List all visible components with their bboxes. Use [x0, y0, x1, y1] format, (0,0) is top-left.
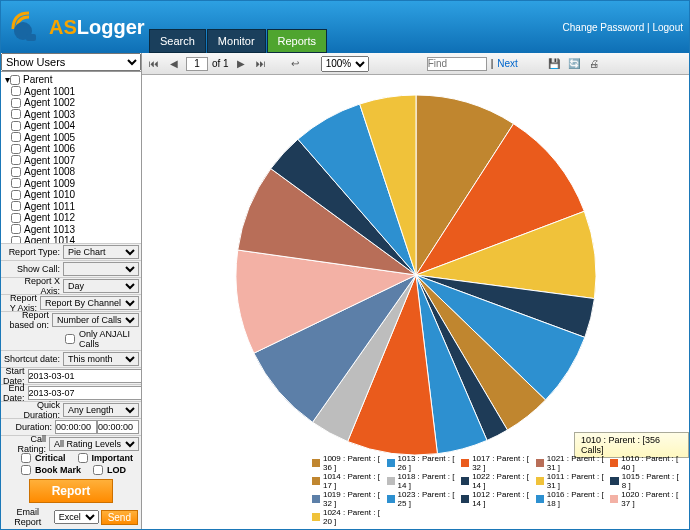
tree-item[interactable]: Agent 1010: [3, 189, 139, 201]
tree-checkbox[interactable]: [11, 167, 21, 177]
bookmark-checkbox[interactable]: [21, 465, 31, 475]
sidebar: Show Users ▾Parent Agent 1001Agent 1002A…: [1, 53, 142, 530]
chart-legend: 1009 : Parent : [ 36 ]1013 : Parent : [ …: [312, 454, 679, 526]
tree-item[interactable]: Agent 1009: [3, 178, 139, 190]
rating-select[interactable]: All Rating Levels: [49, 437, 139, 451]
legend-swatch: [536, 477, 544, 485]
legend-swatch: [461, 477, 469, 485]
x-axis-select[interactable]: Day: [63, 279, 139, 293]
page-input[interactable]: [186, 57, 208, 71]
duration-to-input[interactable]: [97, 420, 139, 434]
tree-checkbox[interactable]: [11, 190, 21, 200]
tree-item[interactable]: Agent 1013: [3, 224, 139, 236]
tree-checkbox[interactable]: [11, 224, 21, 234]
legend-swatch: [387, 495, 395, 503]
y-axis-select[interactable]: Report By Channel: [40, 296, 139, 310]
print-icon[interactable]: 🖨: [586, 56, 602, 72]
legend-label: 1022 : Parent : [ 14 ]: [472, 472, 530, 490]
legend-swatch: [461, 495, 469, 503]
users-tree[interactable]: ▾Parent Agent 1001Agent 1002Agent 1003Ag…: [1, 72, 141, 243]
tree-label: Agent 1003: [24, 109, 75, 120]
tree-item[interactable]: Agent 1004: [3, 120, 139, 132]
duration-from-input[interactable]: [55, 420, 97, 434]
legend-item: 1024 : Parent : [ 20 ]: [312, 508, 381, 526]
label: Show Call:: [3, 264, 63, 274]
tree-checkbox[interactable]: [11, 155, 21, 165]
important-checkbox[interactable]: [78, 453, 88, 463]
quick-duration-select[interactable]: Any Length: [63, 403, 139, 417]
tree-item[interactable]: Agent 1001: [3, 86, 139, 98]
label: Email Report: [4, 507, 52, 527]
label: Critical: [35, 453, 66, 463]
tree-item[interactable]: Agent 1008: [3, 166, 139, 178]
find-input[interactable]: [427, 57, 487, 71]
tree-checkbox[interactable]: [11, 109, 21, 119]
tree-label: Agent 1010: [24, 189, 75, 200]
tree-checkbox[interactable]: [11, 213, 21, 223]
tree-item[interactable]: Agent 1011: [3, 201, 139, 213]
report-content: ⏮ ◀ of 1 ▶ ⏭ ↩ 100% |Next 💾 🔄 🖨 1010 : P…: [142, 53, 689, 530]
app-logo: ASLogger: [7, 7, 145, 47]
tree-checkbox[interactable]: [11, 144, 21, 154]
tree-checkbox[interactable]: [11, 98, 21, 108]
tab-reports[interactable]: Reports: [267, 29, 328, 53]
tree-root[interactable]: ▾Parent: [3, 74, 139, 86]
tree-checkbox[interactable]: [11, 178, 21, 188]
only-anjali-checkbox[interactable]: [65, 334, 75, 344]
label: Book Mark: [35, 465, 81, 475]
legend-item: 1023 : Parent : [ 25 ]: [387, 490, 456, 508]
critical-checkbox[interactable]: [21, 453, 31, 463]
report-type-select[interactable]: Pie Chart: [63, 245, 139, 259]
tab-search[interactable]: Search: [149, 29, 206, 53]
legend-swatch: [610, 477, 618, 485]
tree-label: Agent 1011: [24, 201, 75, 212]
show-call-select[interactable]: [63, 262, 139, 276]
legend-item: 1020 : Parent : [ 37 ]: [610, 490, 679, 508]
tree-item[interactable]: Agent 1002: [3, 97, 139, 109]
legend-label: 1012 : Parent : [ 14 ]: [472, 490, 530, 508]
tree-checkbox[interactable]: [11, 86, 21, 96]
end-date-input[interactable]: [28, 386, 142, 400]
tree-item[interactable]: Agent 1012: [3, 212, 139, 224]
lod-checkbox[interactable]: [93, 465, 103, 475]
first-page-icon[interactable]: ⏮: [146, 56, 162, 72]
legend-label: 1020 : Parent : [ 37 ]: [621, 490, 679, 508]
refresh-icon[interactable]: 🔄: [566, 56, 582, 72]
tree-label: Agent 1002: [24, 97, 75, 108]
email-format-select[interactable]: Excel: [54, 510, 99, 524]
label: Call Rating:: [3, 434, 49, 454]
main-area: Show Users ▾Parent Agent 1001Agent 1002A…: [1, 53, 689, 530]
tree-item[interactable]: Agent 1014: [3, 235, 139, 243]
shortcut-date-select[interactable]: This month: [63, 352, 139, 366]
tree-checkbox[interactable]: [10, 75, 20, 85]
logout-link[interactable]: Logout: [652, 22, 683, 33]
next-page-icon[interactable]: ▶: [233, 56, 249, 72]
prev-page-icon[interactable]: ◀: [166, 56, 182, 72]
report-button[interactable]: Report: [29, 479, 114, 503]
tree-label: Parent: [23, 74, 52, 85]
tree-item[interactable]: Agent 1003: [3, 109, 139, 121]
tree-item[interactable]: Agent 1006: [3, 143, 139, 155]
back-icon[interactable]: ↩: [287, 56, 303, 72]
tree-checkbox[interactable]: [11, 201, 21, 211]
logo-text: ASLogger: [49, 16, 145, 39]
zoom-select[interactable]: 100%: [321, 56, 369, 72]
last-page-icon[interactable]: ⏭: [253, 56, 269, 72]
tree-item[interactable]: Agent 1005: [3, 132, 139, 144]
tree-checkbox[interactable]: [11, 132, 21, 142]
send-button[interactable]: Send: [101, 510, 138, 525]
show-users-select[interactable]: Show Users: [1, 53, 141, 71]
start-date-input[interactable]: [28, 369, 142, 383]
legend-label: 1013 : Parent : [ 26 ]: [398, 454, 456, 472]
find-next-link[interactable]: Next: [497, 58, 518, 69]
tree-checkbox[interactable]: [11, 121, 21, 131]
export-icon[interactable]: 💾: [546, 56, 562, 72]
tree-item[interactable]: Agent 1007: [3, 155, 139, 167]
based-on-select[interactable]: Number of Calls: [52, 313, 139, 327]
tree-checkbox[interactable]: [11, 236, 21, 243]
app-header: ASLogger Search Monitor Reports Change P…: [1, 1, 689, 53]
tree-label: Agent 1009: [24, 178, 75, 189]
tab-monitor[interactable]: Monitor: [207, 29, 266, 53]
legend-item: 1017 : Parent : [ 32 ]: [461, 454, 530, 472]
change-password-link[interactable]: Change Password: [563, 22, 645, 33]
